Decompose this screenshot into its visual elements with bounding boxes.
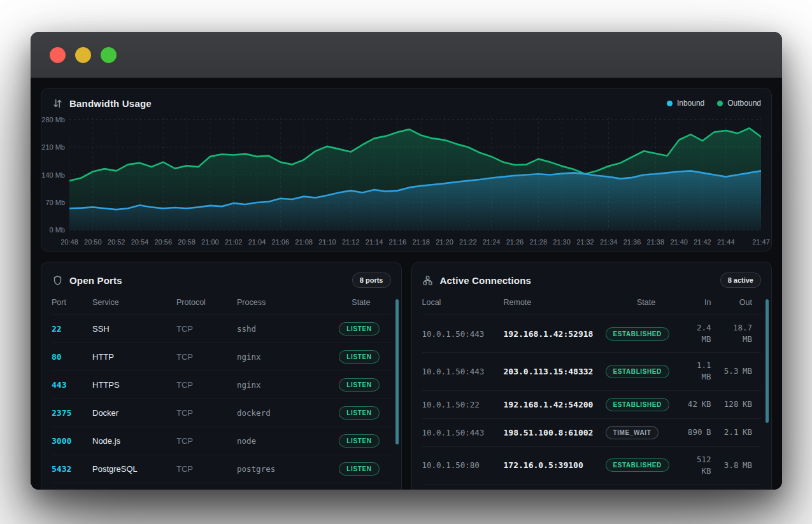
port-row[interactable]: 6379RedisTCPredis-serverLISTEN [52,483,391,490]
y-axis-tick-label: 210 Mb [41,143,65,151]
service-name: Docker [92,399,176,427]
protocol: TCP [176,371,237,399]
port-row[interactable]: 22SSHTCPsshdLISTEN [52,315,391,343]
connection-row[interactable]: 10.0.1.50:80172.16.0.5:39100ESTABLISHED5… [422,446,762,484]
bandwidth-panel-title: Bandwidth Usage [69,98,152,109]
bytes-in: 2.4 MB [687,315,720,353]
local-address: 10.0.1.50:5432 [422,484,504,490]
y-axis-tick-label: 70 Mb [45,199,65,206]
window-titlebar[interactable] [31,32,782,78]
legend-item-inbound: Inbound [667,99,704,108]
x-axis-tick-label: 21:20 [436,238,453,246]
x-axis-tick-label: 21:44 [717,238,735,246]
port-number: 3000 [52,427,92,455]
protocol: TCP [176,315,237,343]
x-axis-tick-label: 20:48 [61,238,78,246]
x-axis-tick-label: 21:38 [647,238,665,246]
port-state-cell: LISTEN [334,483,391,490]
col-state: State [334,292,391,315]
close-window-button[interactable] [50,47,66,63]
ports-count-badge: 8 ports [352,273,391,288]
col-in: In [687,292,720,315]
col-out: Out [720,292,762,315]
state-badge: LISTEN [339,406,379,420]
x-axis-tick-label: 20:50 [84,238,102,246]
x-axis-tick-label: 20:54 [131,238,149,246]
remote-address: 192.168.1.42:52918 [504,315,606,353]
x-axis-tick-label: 21:32 [576,238,594,246]
local-address: 10.0.1.50:443 [422,315,504,353]
col-service: Service [92,292,176,315]
desktop-background: Bandwidth Usage Inbound Outbound [0,0,812,524]
ports-scrollbar-thumb[interactable] [395,299,399,444]
x-axis-tick-label: 20:52 [108,238,125,246]
bytes-in: 42 KB [687,390,720,418]
inbound-legend-label: Inbound [677,99,704,108]
connection-row[interactable]: 10.0.1.50:22192.168.1.42:54200ESTABLISHE… [422,390,762,418]
ports-table-header: Port Service Protocol Process State [52,292,391,315]
connection-row[interactable]: 10.0.1.50:543210.0.1.10:42300ESTABLISHED… [422,484,762,490]
x-axis-tick-label: 21:26 [506,238,524,246]
open-ports-table: Port Service Protocol Process State 22SS… [52,292,391,490]
minimize-window-button[interactable] [75,47,91,63]
col-state: State [606,292,687,315]
port-state-cell: LISTEN [334,427,391,455]
protocol: TCP [176,399,237,427]
bytes-out: 3.8 MB [720,446,762,484]
x-axis-tick-label: 21:47 [752,238,770,246]
x-axis-tick-label: 21:02 [225,238,243,246]
x-axis-tick-label: 21:42 [694,238,711,246]
bytes-in: 8.2 MB [687,484,720,490]
port-row[interactable]: 5432PostgreSQLTCPpostgresLISTEN [52,455,391,483]
connection-row[interactable]: 10.0.1.50:443192.168.1.42:52918ESTABLISH… [422,315,762,353]
port-row[interactable]: 80HTTPTCPnginxLISTEN [52,343,391,371]
port-state-cell: LISTEN [334,315,391,343]
outbound-legend-dot [717,101,723,106]
connection-state-cell: TIME_WAIT [606,418,687,446]
port-number: 5432 [52,455,92,483]
port-state-cell: LISTEN [334,343,391,371]
x-axis-tick-label: 21:22 [459,238,477,246]
port-row[interactable]: 3000Node.jsTCPnodeLISTEN [52,427,391,455]
service-name: Redis [92,483,176,490]
service-name: HTTP [92,343,176,371]
port-state-cell: LISTEN [334,371,391,399]
port-state-cell: LISTEN [334,399,391,427]
bytes-out: 128 KB [720,390,762,418]
bottom-panels-row: Open Ports 8 ports Port Service Protocol… [41,262,772,490]
service-name: HTTPS [92,371,176,399]
port-number: 2375 [52,399,92,427]
process-name: dockerd [237,399,334,427]
bandwidth-arrows-icon [52,97,63,109]
port-state-cell: LISTEN [334,455,391,483]
port-number: 6379 [52,483,92,490]
zoom-window-button[interactable] [101,47,117,63]
connection-row[interactable]: 10.0.1.50:443198.51.100.8:61002TIME_WAIT… [422,418,762,446]
legend-item-outbound: Outbound [717,99,761,108]
remote-address: 172.16.0.5:39100 [504,446,606,484]
bandwidth-usage-panel: Bandwidth Usage Inbound Outbound [41,88,772,251]
connection-row[interactable]: 10.0.1.50:443203.0.113.15:48332ESTABLISH… [422,353,762,390]
connections-scrollbar-thumb[interactable] [766,299,769,423]
network-nodes-icon [422,274,434,286]
process-name: redis-server [237,483,334,490]
state-badge: TIME_WAIT [606,426,659,439]
remote-address: 203.0.113.15:48332 [504,353,606,390]
y-axis-tick-label: 0 Mb [50,226,65,234]
col-port: Port [52,292,92,315]
outbound-legend-label: Outbound [727,99,761,108]
bandwidth-panel-header: Bandwidth Usage Inbound Outbound [41,89,771,109]
port-row[interactable]: 2375DockerTCPdockerdLISTEN [52,399,391,427]
open-ports-panel: Open Ports 8 ports Port Service Protocol… [41,262,402,490]
x-axis-tick-label: 21:34 [600,238,618,246]
active-connections-panel: Active Connections 8 active Local Remote… [411,262,773,490]
connection-state-cell: ESTABLISHED [606,390,687,418]
x-axis-tick-label: 21:00 [201,238,219,246]
service-name: SSH [92,315,176,343]
port-row[interactable]: 443HTTPSTCPnginxLISTEN [52,371,391,399]
chart-legend: Inbound Outbound [667,99,761,108]
connections-title: Active Connections [440,275,532,286]
y-axis-tick-label: 140 Mb [41,171,65,179]
x-axis-tick-label: 21:16 [389,238,407,246]
x-axis-tick-label: 21:40 [670,238,688,246]
